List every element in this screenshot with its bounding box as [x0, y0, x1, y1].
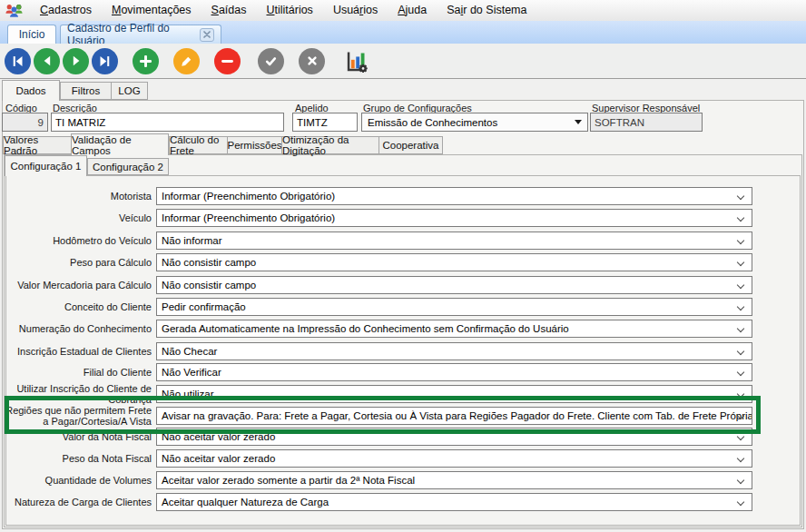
plus-icon	[140, 55, 152, 67]
menu-item-movimentacoes[interactable]: Movimentações	[102, 0, 202, 21]
delete-record-button[interactable]	[214, 48, 241, 74]
tab-configuracao-2[interactable]: Configuração 2	[87, 158, 169, 175]
chevron-down-icon	[737, 432, 744, 439]
tab-cadastro-perfil-usuario[interactable]: Cadastro de Perfil do Usuário	[60, 25, 221, 44]
tab-filtros[interactable]: Filtros	[60, 82, 112, 100]
last-record-button[interactable]	[92, 48, 118, 74]
form-row-numeracao: Numeração do Conhecimento Gerada Automat…	[0, 320, 752, 338]
bar-chart-gear-icon	[344, 49, 369, 74]
chevron-down-icon	[737, 258, 744, 265]
valor-nota-fiscal-select[interactable]: Não aceitar valor zerado	[156, 428, 752, 446]
tab-otimizacao-da-digitacao[interactable]: Otimização da Digitação	[281, 136, 379, 154]
regioes-frete-select[interactable]: Avisar na gravação. Para: Frete a Pagar,…	[156, 407, 752, 425]
tab-cooperativa[interactable]: Cooperativa	[378, 136, 443, 154]
valor-mercadoria-select[interactable]: Não consistir campo	[156, 276, 752, 294]
form-row-hodometro: Hodômetro do Veículo Não informar	[0, 232, 752, 250]
form-row-peso-calculo: Peso para Cálculo Não consistir campo	[0, 253, 752, 271]
menu-item-ajuda[interactable]: Ajuda	[388, 0, 437, 21]
field-label: Valor Mercadoria para Cálculo	[0, 280, 152, 291]
edit-record-button[interactable]	[173, 48, 200, 74]
peso-nota-fiscal-select[interactable]: Não aceitar valor zerado	[156, 449, 752, 468]
field-label: Peso da Nota Fiscal	[0, 453, 152, 465]
menu-item-cadastros[interactable]: Cadastros	[30, 0, 102, 21]
skip-last-icon	[99, 55, 111, 67]
chevron-down-icon	[737, 236, 744, 243]
pencil-icon	[181, 55, 192, 67]
filial-cliente-select[interactable]: Não Verificar	[156, 363, 752, 381]
chevron-down-icon	[737, 281, 744, 288]
app-users-logo-icon	[5, 3, 24, 18]
form-row-inscricao-cobranca: Utilizar Inscrição do Cliente de Cobranç…	[0, 385, 752, 403]
check-icon	[265, 55, 277, 67]
quantidade-volumes-select[interactable]: Aceitar valor zerado somente a partir da…	[156, 471, 752, 489]
chevron-down-icon	[737, 302, 744, 310]
tab-log[interactable]: LOG	[111, 82, 148, 100]
tab-inicio[interactable]: Início	[7, 25, 56, 44]
next-record-button[interactable]	[63, 48, 89, 74]
form-row-natureza-carga: Natureza de Carga de Clientes Aceitar qu…	[0, 493, 752, 511]
record-toolbar	[0, 44, 806, 79]
chevron-down-icon	[737, 389, 744, 397]
motorista-select[interactable]: Informar (Preenchimento Obrigatório)	[156, 187, 752, 205]
inscricao-estadual-select[interactable]: Não Checar	[156, 342, 752, 360]
form-row-valor-mercadoria: Valor Mercadoria para Cálculo Não consis…	[0, 276, 752, 294]
app-window: { "menu": { "items": [ {"pre": "", "acce…	[0, 0, 806, 532]
tab-dados[interactable]: Dados	[2, 80, 60, 101]
form-row-valor-nota: Valor da Nota Fiscal Não aceitar valor z…	[0, 428, 752, 446]
menu-item-utilitarios[interactable]: Utilitários	[256, 0, 322, 21]
field-label: Peso para Cálculo	[0, 257, 152, 269]
chevron-down-icon	[737, 192, 744, 199]
natureza-carga-select[interactable]: Aceitar qualquer Natureza de Carga	[156, 493, 752, 511]
apelido-field[interactable]: TIMTZ	[292, 113, 358, 132]
field-label: Conceito do Cliente	[0, 301, 152, 313]
peso-calculo-select[interactable]: Não consistir campo	[156, 253, 752, 271]
add-record-button[interactable]	[133, 48, 159, 74]
menu-bar: Cadastros Movimentações Saídas Utilitári…	[0, 0, 806, 21]
conceito-cliente-select[interactable]: Pedir confirmação	[156, 298, 752, 316]
menu-item-usuarios[interactable]: Usuários	[323, 0, 388, 21]
field-label: Valor da Nota Fiscal	[0, 431, 152, 443]
field-label: Inscrição Estadual de Clientes	[0, 346, 152, 358]
tab-inicio-label: Início	[19, 28, 45, 41]
confirm-button[interactable]	[258, 48, 284, 74]
tab-configuracao-1[interactable]: Configuração 1	[5, 155, 87, 176]
menu-item-saidas[interactable]: Saídas	[202, 0, 257, 21]
tab-permissoes[interactable]: Permissões	[227, 136, 282, 154]
form-row-filial-cliente: Filial do Cliente Não Verificar	[0, 363, 752, 381]
hodometro-select[interactable]: Não informar	[156, 232, 752, 250]
field-label: Veículo	[0, 212, 152, 224]
minus-icon	[221, 55, 233, 67]
form-row-peso-nota: Peso da Nota Fiscal Não aceitar valor ze…	[0, 449, 752, 468]
tab-valores-padrao[interactable]: Valores Padrão	[3, 136, 72, 154]
field-label: Regiões que não permitem Frete a Pagar/C…	[0, 405, 152, 428]
previous-record-button[interactable]	[34, 48, 60, 74]
inscricao-cobranca-select[interactable]: Não utilizar	[156, 385, 752, 403]
chevron-down-icon	[737, 368, 744, 375]
tab-validacao-de-campos[interactable]: Validação de Campos	[71, 133, 169, 155]
menu-item-sair-do-sistema[interactable]: Sair do Sistema	[437, 0, 536, 21]
field-label: Quantidade de Volumes	[0, 475, 152, 487]
field-label: Natureza de Carga de Clientes	[0, 497, 152, 508]
field-label: Utilizar Inscrição do Cliente de Cobranç…	[0, 383, 152, 406]
skip-first-icon	[12, 55, 24, 67]
chevron-down-icon	[737, 347, 744, 354]
chart-settings-button[interactable]	[340, 46, 371, 75]
grupo-configuracoes-select[interactable]: Emissão de Conhecimentos	[361, 113, 588, 132]
field-label: Numeração do Conhecimento	[0, 323, 152, 335]
gear-icon	[359, 64, 367, 72]
form-row-motorista: Motorista Informar (Preenchimento Obriga…	[0, 187, 752, 205]
dropdown-arrow-icon	[575, 120, 582, 124]
descricao-field[interactable]: TI MATRIZ	[51, 113, 284, 132]
cancel-button[interactable]	[299, 48, 325, 74]
supervisor-field: SOFTRAN	[590, 113, 703, 132]
form-row-regioes-frete: Regiões que não permitem Frete a Pagar/C…	[0, 407, 752, 425]
tab-calculo-do-frete[interactable]: Cálculo do Frete	[169, 136, 228, 154]
numeracao-conhecimento-select[interactable]: Gerada Automaticamente na Impressão do C…	[156, 320, 752, 338]
veiculo-select[interactable]: Informar (Preenchimento Obrigatório)	[156, 209, 752, 227]
chevron-down-icon	[737, 454, 744, 461]
previous-icon	[42, 55, 53, 66]
close-tab-icon[interactable]	[200, 28, 214, 42]
field-label: Hodômetro do Veículo	[0, 235, 152, 247]
first-record-button[interactable]	[5, 48, 31, 74]
codigo-field: 9	[2, 113, 48, 132]
